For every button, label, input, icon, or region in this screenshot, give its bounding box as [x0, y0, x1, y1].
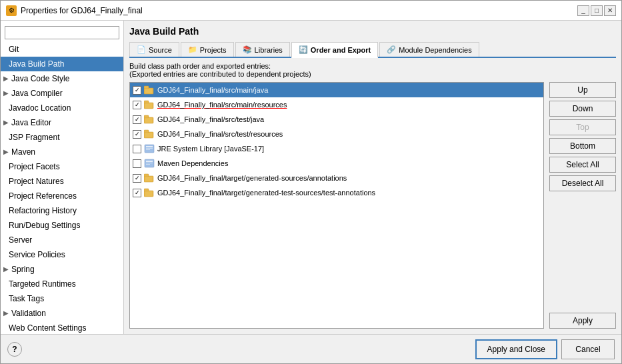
sidebar-item-project-facets[interactable]: Project Facets [1, 159, 123, 174]
item-label: GDJ64_Finally_final/target/generated-sou… [157, 174, 347, 182]
svg-rect-18 [146, 163, 153, 163]
sidebar-item-label: Javadoc Location [9, 102, 71, 114]
sidebar-item-web-content[interactable]: Web Content Settings [1, 321, 123, 334]
svg-rect-10 [144, 130, 149, 133]
title-bar-left: ⚙ Properties for GDJ64_Finally_final [6, 5, 143, 16]
sidebar-item-refactoring[interactable]: Refactoring History [1, 203, 123, 218]
tab-libraries[interactable]: 📚 Libraries [235, 42, 290, 57]
deselect-all-button[interactable]: Deselect All [549, 175, 616, 191]
sidebar-item-java-code-style[interactable]: ▶ Java Code Style [1, 71, 123, 86]
arrow-icon: ▶ [3, 117, 9, 129]
dialog-icon: ⚙ [6, 5, 17, 16]
svg-rect-22 [145, 177, 152, 181]
sidebar-item-git[interactable]: Git [1, 42, 123, 57]
select-all-button[interactable]: Select All [549, 157, 616, 173]
apply-and-close-button[interactable]: Apply and Close [475, 339, 557, 359]
tab-bar: 📄 Source 📁 Projects 📚 Libraries 🔄 Order … [129, 42, 616, 58]
sidebar-item-task-tags[interactable]: Task Tags [1, 291, 123, 306]
folder-icon [144, 129, 155, 139]
apply-side-button[interactable]: Apply [549, 313, 616, 329]
checkbox[interactable] [133, 159, 141, 168]
svg-rect-7 [144, 115, 149, 118]
bottom-button[interactable]: Bottom [549, 138, 616, 154]
item-label: Maven Dependencies [157, 159, 228, 167]
sidebar-item-jsp[interactable]: JSP Fragment [1, 130, 123, 145]
sidebar-item-label: Project Natures [9, 175, 64, 187]
build-path-list[interactable]: GDJ64_Finally_final/src/main/java GDJ64_… [129, 82, 544, 329]
checkbox[interactable] [133, 130, 141, 139]
description: Build class path order and exported entr… [129, 62, 616, 78]
tab-source[interactable]: 📄 Source [129, 42, 179, 57]
list-item[interactable]: GDJ64_Finally_final/target/generated-sou… [130, 171, 543, 185]
list-item[interactable]: GDJ64_Finally_final/src/main/resources [130, 97, 543, 112]
bottom-bar: ? Apply and Close Cancel [1, 334, 621, 363]
sidebar-item-java-build-path[interactable]: Java Build Path [1, 57, 123, 71]
item-label: GDJ64_Finally_final/src/main/java [157, 86, 268, 94]
sidebar-item-java-editor[interactable]: ▶ Java Editor [1, 115, 123, 130]
sidebar-item-java-compiler[interactable]: ▶ Java Compiler [1, 86, 123, 101]
cancel-button[interactable]: Cancel [561, 339, 615, 359]
sidebar-item-targeted-runtimes[interactable]: Targeted Runtimes [1, 277, 123, 291]
list-item[interactable]: GDJ64_Finally_final/src/test/resources [130, 127, 543, 141]
list-item[interactable]: GDJ64_Finally_final/src/main/java [130, 83, 543, 97]
sidebar-item-project-natures[interactable]: Project Natures [1, 174, 123, 189]
lib-icon [144, 158, 155, 169]
search-input[interactable] [5, 26, 119, 39]
sidebar-item-label: Spring [11, 263, 35, 275]
sidebar-item-validation[interactable]: ▶ Validation [1, 306, 123, 321]
libraries-icon: 📚 [243, 45, 252, 54]
svg-rect-11 [145, 133, 152, 137]
sidebar-item-label: Java Compiler [11, 87, 63, 99]
sidebar-item-server[interactable]: Server [1, 233, 123, 247]
svg-rect-15 [146, 149, 150, 150]
description-line2: (Exported entries are contributed to dep… [129, 70, 616, 78]
tab-projects[interactable]: 📁 Projects [181, 42, 234, 57]
right-panel: Up Down Top Bottom Select All Deselect A… [549, 82, 616, 329]
sidebar-item-label: Java Code Style [11, 73, 69, 85]
sidebar-item-run-debug[interactable]: Run/Debug Settings [1, 218, 123, 233]
order-export-icon: 🔄 [299, 45, 308, 54]
lib-icon [144, 143, 155, 154]
svg-rect-24 [144, 189, 149, 191]
folder-icon [144, 99, 155, 110]
sidebar: Git Java Build Path ▶ Java Code Style ▶ … [1, 21, 124, 334]
help-button[interactable]: ? [7, 342, 22, 357]
tab-projects-label: Projects [200, 46, 227, 54]
sidebar-item-service-policies[interactable]: Service Policies [1, 247, 123, 262]
list-item[interactable]: Maven Dependencies [130, 156, 543, 171]
arrow-icon: ▶ [3, 87, 9, 99]
main-content: Java Build Path 📄 Source 📁 Projects 📚 Li… [124, 21, 621, 334]
list-item[interactable]: GDJ64_Finally_final/target/generated-tes… [130, 185, 543, 200]
checkbox[interactable] [133, 101, 141, 109]
arrow-icon: ▶ [3, 73, 9, 85]
sidebar-item-maven[interactable]: ▶ Maven [1, 145, 123, 159]
item-label: GDJ64_Finally_final/target/generated-tes… [157, 189, 375, 197]
sidebar-item-label: Project References [9, 190, 77, 202]
svg-rect-19 [146, 164, 150, 165]
checkbox[interactable] [133, 174, 141, 183]
sidebar-item-label: Refactoring History [9, 205, 77, 217]
tab-module-dependencies[interactable]: 🔗 Module Dependencies [379, 42, 479, 57]
sidebar-item-spring[interactable]: ▶ Spring [1, 262, 123, 277]
list-item[interactable]: GDJ64_Finally_final/src/test/java [130, 112, 543, 127]
close-button[interactable]: ✕ [604, 5, 616, 16]
up-button[interactable]: Up [549, 82, 616, 98]
item-label: GDJ64_Finally_final/src/main/resources [157, 101, 287, 109]
checkbox[interactable] [133, 86, 141, 95]
top-button[interactable]: Top [549, 119, 616, 135]
checkbox[interactable] [133, 189, 141, 197]
sidebar-item-javadoc[interactable]: Javadoc Location [1, 101, 123, 115]
svg-rect-14 [146, 148, 153, 149]
svg-rect-17 [146, 161, 153, 162]
sidebar-item-label: JSP Fragment [9, 131, 59, 143]
maximize-button[interactable]: □ [591, 5, 603, 16]
down-button[interactable]: Down [549, 101, 616, 117]
tab-order-export[interactable]: 🔄 Order and Export [291, 42, 378, 58]
sidebar-item-project-references[interactable]: Project References [1, 189, 123, 203]
list-item[interactable]: JRE System Library [JavaSE-17] [130, 141, 543, 156]
minimize-button[interactable]: _ [577, 5, 589, 16]
checkbox[interactable] [133, 145, 141, 153]
section-title: Java Build Path [129, 26, 616, 37]
checkbox[interactable] [133, 115, 141, 124]
module-dep-icon: 🔗 [387, 45, 396, 54]
